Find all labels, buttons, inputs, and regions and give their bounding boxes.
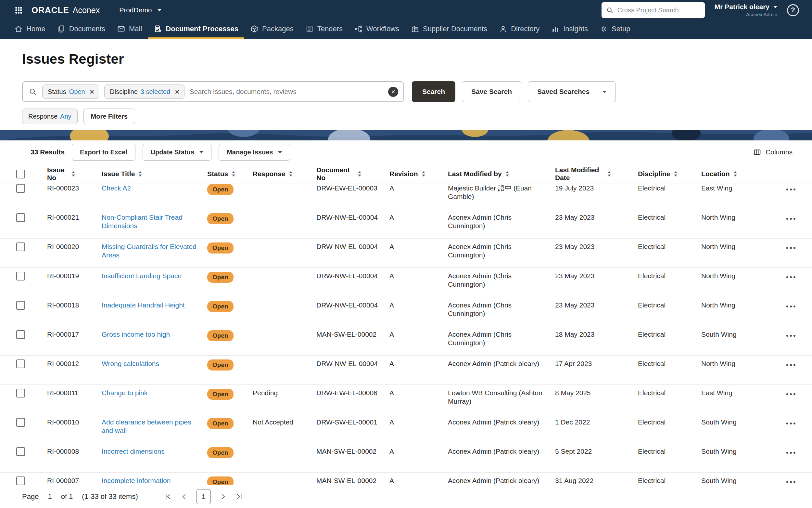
issue-title-link[interactable]: Gross income too high xyxy=(102,331,170,338)
supplier-documents-icon xyxy=(411,25,419,33)
nav-item-home[interactable]: Home xyxy=(8,20,51,39)
app-launcher-icon[interactable] xyxy=(14,6,23,15)
save-search-button[interactable]: Save Search xyxy=(462,81,521,102)
update-status-dropdown[interactable]: Update Status xyxy=(143,144,211,161)
issue-title-link[interactable]: Add clearance between pipes and wall xyxy=(102,418,191,434)
status-badge: Open xyxy=(207,301,234,312)
items-range-label: (1-33 of 33 items) xyxy=(82,493,138,501)
row-checkbox[interactable] xyxy=(16,359,25,368)
row-actions-button[interactable] xyxy=(784,214,797,223)
issue-title-link[interactable]: Check A2 xyxy=(102,184,131,192)
issue-title-link[interactable]: Change to pink xyxy=(102,389,147,396)
filter-chip-status[interactable]: Status Open × xyxy=(42,85,99,99)
nav-item-insights[interactable]: Insights xyxy=(545,20,594,39)
issue-title-link[interactable]: Non-Compliant Stair Tread Dimensions xyxy=(102,214,183,229)
filter-chip-response[interactable]: Response Any xyxy=(22,109,78,124)
previous-page-button[interactable] xyxy=(180,493,188,501)
row-actions-button[interactable] xyxy=(784,332,797,340)
issue-title-link[interactable]: Insufficient Landing Space xyxy=(102,272,182,280)
current-page-indicator[interactable]: 1 xyxy=(196,489,211,504)
row-checkbox[interactable] xyxy=(16,389,25,397)
document-no-cell: DRW-NW-EL-00004 xyxy=(316,243,389,251)
sort-icon[interactable] xyxy=(139,171,142,176)
saved-searches-dropdown[interactable]: Saved Searches xyxy=(528,81,616,102)
filter-chip-discipline[interactable]: Discipline 3 selected × xyxy=(104,85,184,99)
project-selector[interactable]: ProdDemo xyxy=(119,6,161,14)
sort-icon[interactable] xyxy=(422,171,425,176)
search-input[interactable] xyxy=(190,88,383,95)
nav-item-supplier-documents[interactable]: Supplier Documents xyxy=(405,20,493,39)
row-actions-button[interactable] xyxy=(784,390,797,398)
sort-icon[interactable] xyxy=(232,171,235,176)
row-checkbox[interactable] xyxy=(16,184,25,193)
search-button[interactable]: Search xyxy=(412,81,456,102)
row-actions-button[interactable] xyxy=(784,449,797,457)
more-filters-button[interactable]: More Filters xyxy=(84,109,135,124)
checkbox-cell xyxy=(0,301,47,312)
row-actions-button[interactable] xyxy=(784,273,797,282)
last-modified-date-cell: 23 May 2023 xyxy=(555,301,638,309)
sort-icon[interactable] xyxy=(506,171,509,176)
issue-title-link[interactable]: Inadequate Handrail Height xyxy=(102,301,185,309)
sort-icon[interactable] xyxy=(72,171,75,176)
cross-project-search-input[interactable] xyxy=(617,6,704,14)
sort-icon[interactable] xyxy=(608,171,611,176)
sort-icon[interactable] xyxy=(289,171,292,176)
issue-title-link[interactable]: Incomplete information xyxy=(102,477,171,484)
manage-issues-dropdown[interactable]: Manage Issues xyxy=(219,144,290,161)
first-page-button[interactable] xyxy=(164,493,172,501)
nav-item-documents[interactable]: Documents xyxy=(51,20,111,39)
revision-cell: A xyxy=(389,243,448,251)
last-modified-date-cell: 23 May 2023 xyxy=(555,213,638,222)
nav-item-directory[interactable]: Directory xyxy=(493,20,545,39)
revision-cell: A xyxy=(389,476,448,485)
last-page-button[interactable] xyxy=(236,493,243,501)
row-checkbox[interactable] xyxy=(16,243,25,251)
row-actions-button[interactable] xyxy=(784,361,797,369)
select-all-cell xyxy=(0,170,47,178)
issue-title-link[interactable]: Incorrect dimensions xyxy=(102,448,165,455)
page-label: Page xyxy=(22,493,39,501)
nav-item-document-processes[interactable]: Document Processes xyxy=(148,20,244,39)
user-menu[interactable]: Mr Patrick oleary Aconex Admin xyxy=(715,3,777,17)
remove-filter-icon[interactable]: × xyxy=(170,88,184,96)
columns-button[interactable]: Columns xyxy=(753,148,793,156)
revision-cell: A xyxy=(389,213,448,222)
sort-icon[interactable] xyxy=(358,171,361,176)
page-title: Issues Register xyxy=(22,51,812,67)
next-page-icon xyxy=(219,493,227,501)
remove-filter-icon[interactable]: × xyxy=(85,88,99,96)
row-checkbox[interactable] xyxy=(16,301,25,310)
sort-icon[interactable] xyxy=(674,171,677,176)
select-all-checkbox[interactable] xyxy=(16,170,25,178)
actions-cell xyxy=(781,213,812,223)
issue-title-link[interactable]: Wrong calculations xyxy=(102,360,159,367)
row-actions-button[interactable] xyxy=(784,244,797,252)
issue-title-link[interactable]: Missing Guardrails for Elevated Areas xyxy=(102,243,196,259)
issue-no-cell: RI-000021 xyxy=(47,213,102,222)
next-page-button[interactable] xyxy=(219,493,227,501)
nav-item-workflows[interactable]: Workflows xyxy=(348,20,405,39)
nav-item-tenders[interactable]: Tenders xyxy=(299,20,348,39)
help-icon[interactable]: ? xyxy=(787,4,799,16)
nav-item-setup[interactable]: Setup xyxy=(594,20,636,39)
location-cell: South Wing xyxy=(701,447,781,456)
nav-item-mail[interactable]: Mail xyxy=(111,20,148,39)
actions-cell xyxy=(781,330,812,340)
export-to-excel-button[interactable]: Export to Excel xyxy=(72,144,135,161)
row-checkbox[interactable] xyxy=(16,447,25,456)
row-checkbox[interactable] xyxy=(16,213,25,222)
sort-icon[interactable] xyxy=(734,171,737,176)
row-actions-button[interactable] xyxy=(784,185,797,194)
clear-search-icon[interactable]: × xyxy=(388,87,398,97)
column-header-discipline: Discipline xyxy=(638,170,701,178)
pagination-controls: 1 xyxy=(164,489,243,504)
row-actions-button[interactable] xyxy=(784,302,797,311)
nav-item-packages[interactable]: Packages xyxy=(244,20,299,39)
row-checkbox[interactable] xyxy=(16,330,25,339)
row-checkbox[interactable] xyxy=(16,476,25,485)
row-actions-button[interactable] xyxy=(784,419,797,428)
row-checkbox[interactable] xyxy=(16,272,25,281)
row-checkbox[interactable] xyxy=(16,418,25,427)
page-number-input[interactable]: 1 xyxy=(48,493,52,501)
